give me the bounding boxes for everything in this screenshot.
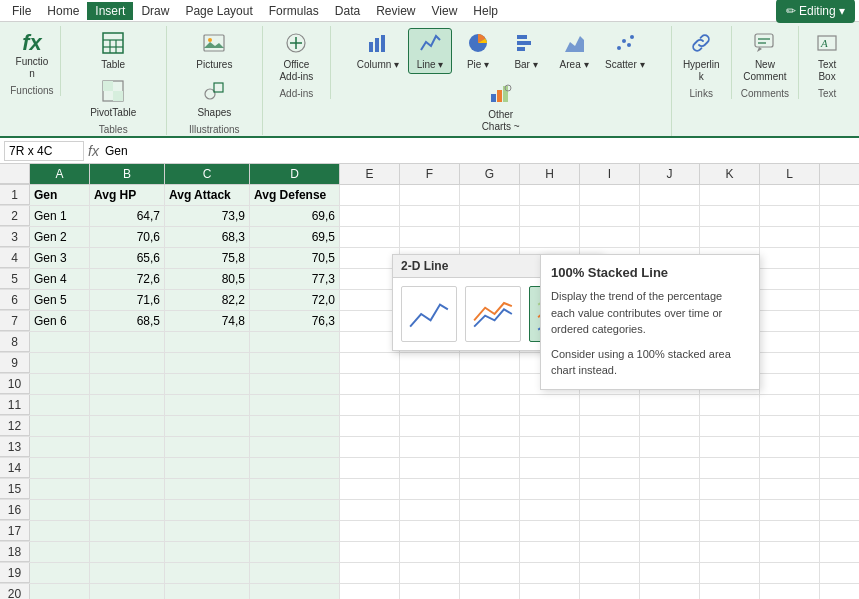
grid-cell[interactable] [340, 206, 400, 226]
grid-cell[interactable] [820, 416, 859, 436]
grid-cell[interactable] [250, 500, 340, 520]
grid-cell[interactable] [760, 206, 820, 226]
grid-cell[interactable] [400, 353, 460, 373]
grid-cell[interactable] [400, 584, 460, 599]
grid-cell[interactable]: Gen 4 [30, 269, 90, 289]
grid-cell[interactable] [760, 437, 820, 457]
grid-cell[interactable] [340, 311, 400, 331]
grid-cell[interactable] [400, 542, 460, 562]
grid-cell[interactable] [250, 437, 340, 457]
grid-cell[interactable] [580, 584, 640, 599]
grid-cell[interactable]: 69,5 [250, 227, 340, 247]
grid-cell[interactable] [640, 311, 700, 331]
other-charts-button[interactable]: Other Charts ~ [471, 78, 531, 136]
grid-cell[interactable] [250, 542, 340, 562]
grid-cell[interactable] [460, 500, 520, 520]
col-header-e[interactable]: E [340, 164, 400, 184]
grid-cell[interactable] [760, 311, 820, 331]
grid-cell[interactable] [820, 206, 859, 226]
grid-cell[interactable] [30, 332, 90, 352]
grid-cell[interactable] [580, 416, 640, 436]
grid-cell[interactable] [400, 374, 460, 394]
grid-cell[interactable] [165, 353, 250, 373]
grid-cell[interactable] [340, 290, 400, 310]
grid-cell[interactable]: Gen 3 [30, 248, 90, 268]
grid-cell[interactable] [520, 374, 580, 394]
grid-cell[interactable]: 69,6 [250, 206, 340, 226]
grid-cell[interactable] [820, 479, 859, 499]
grid-cell[interactable] [700, 416, 760, 436]
new-comment-button[interactable]: New Comment [738, 28, 792, 86]
grid-cell[interactable]: 71,6 [90, 290, 165, 310]
grid-cell[interactable] [30, 584, 90, 599]
grid-cell[interactable]: 82,2 [165, 290, 250, 310]
grid-cell[interactable] [520, 227, 580, 247]
grid-cell[interactable] [700, 269, 760, 289]
grid-cell[interactable] [760, 395, 820, 415]
grid-cell[interactable] [760, 185, 820, 205]
grid-cell[interactable] [460, 458, 520, 478]
grid-cell[interactable] [520, 563, 580, 583]
grid-cell[interactable] [90, 584, 165, 599]
grid-cell[interactable] [460, 563, 520, 583]
grid-cell[interactable] [460, 521, 520, 541]
grid-cell[interactable]: 68,5 [90, 311, 165, 331]
table-button[interactable]: Table [91, 28, 135, 74]
grid-cell[interactable] [700, 584, 760, 599]
grid-cell[interactable] [520, 185, 580, 205]
col-header-i[interactable]: I [580, 164, 640, 184]
grid-cell[interactable] [520, 395, 580, 415]
grid-cell[interactable] [165, 479, 250, 499]
grid-cell[interactable] [760, 542, 820, 562]
grid-cell[interactable] [340, 374, 400, 394]
grid-cell[interactable] [165, 416, 250, 436]
area-chart-button[interactable]: Area ▾ [552, 28, 596, 74]
grid-cell[interactable] [90, 563, 165, 583]
grid-cell[interactable] [30, 542, 90, 562]
grid-cell[interactable] [340, 332, 400, 352]
menu-review[interactable]: Review [368, 2, 423, 20]
grid-cell[interactable] [580, 206, 640, 226]
grid-cell[interactable] [400, 437, 460, 457]
menu-help[interactable]: Help [465, 2, 506, 20]
grid-cell[interactable] [700, 353, 760, 373]
grid-cell[interactable] [520, 206, 580, 226]
menu-file[interactable]: File [4, 2, 39, 20]
pivottable-button[interactable]: PivotTable [85, 76, 141, 122]
grid-cell[interactable] [640, 584, 700, 599]
grid-cell[interactable] [760, 479, 820, 499]
grid-cell[interactable] [30, 500, 90, 520]
grid-cell[interactable] [30, 521, 90, 541]
grid-cell[interactable]: 74,8 [165, 311, 250, 331]
grid-cell[interactable] [760, 416, 820, 436]
grid-cell[interactable] [460, 206, 520, 226]
grid-cell[interactable] [700, 458, 760, 478]
grid-cell[interactable]: 68,3 [165, 227, 250, 247]
grid-cell[interactable] [640, 479, 700, 499]
grid-cell[interactable] [30, 479, 90, 499]
grid-cell[interactable] [460, 185, 520, 205]
pie-chart-button[interactable]: Pie ▾ [456, 28, 500, 74]
grid-cell[interactable] [340, 416, 400, 436]
grid-cell[interactable] [30, 416, 90, 436]
grid-cell[interactable]: 80,5 [165, 269, 250, 289]
grid-cell[interactable] [250, 584, 340, 599]
grid-cell[interactable] [760, 269, 820, 289]
grid-cell[interactable] [250, 395, 340, 415]
office-addins-button[interactable]: Office Add-ins [269, 28, 323, 86]
grid-cell[interactable] [340, 542, 400, 562]
cell-reference-input[interactable] [4, 141, 84, 161]
grid-cell[interactable]: 70,5 [250, 248, 340, 268]
grid-cell[interactable] [250, 563, 340, 583]
grid-cell[interactable] [700, 500, 760, 520]
grid-cell[interactable] [400, 458, 460, 478]
grid-cell[interactable] [250, 521, 340, 541]
grid-cell[interactable] [760, 521, 820, 541]
grid-cell[interactable] [460, 395, 520, 415]
col-header-a[interactable]: A [30, 164, 90, 184]
grid-cell[interactable] [520, 584, 580, 599]
grid-cell[interactable] [760, 458, 820, 478]
grid-cell[interactable] [820, 584, 859, 599]
editing-button[interactable]: ✏ Editing ▾ [776, 0, 855, 23]
grid-cell[interactable]: 76,3 [250, 311, 340, 331]
